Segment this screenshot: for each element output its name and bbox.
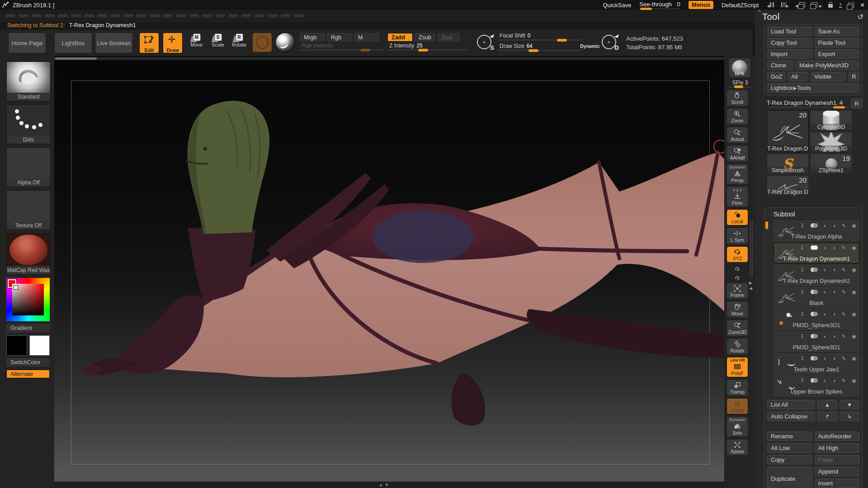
z-intensity-handle[interactable] — [418, 49, 428, 52]
tool-action-button[interactable]: Save As — [815, 27, 860, 36]
tool-action-button[interactable]: Copy Tool — [767, 38, 812, 47]
half-shade-icon[interactable]: ◑ — [833, 378, 836, 383]
scale-mode-button[interactable]: S Scale — [210, 33, 226, 47]
shade-icon[interactable]: ◐ — [824, 289, 827, 295]
zscript-name[interactable]: DefaultZScript — [722, 2, 759, 9]
palette-thumbnail[interactable]: MatCap Red Wax — [6, 233, 51, 275]
lock-icon[interactable] — [828, 4, 833, 8]
shade-icon[interactable]: ◐ — [824, 333, 827, 339]
subtool-up-button[interactable]: ▲ — [817, 400, 837, 409]
menu-item[interactable] — [228, 14, 238, 18]
tool-thumbnail[interactable]: 20 T-Rex Dragon Dy — [767, 110, 809, 152]
auto-collapse-button[interactable]: Auto Collapse — [767, 412, 815, 421]
goz-visible-button[interactable]: Visible — [811, 72, 846, 81]
m-button[interactable]: M — [354, 33, 379, 42]
subtool-item[interactable]: ↧ ◐ ◑ ✎ ◉ T-Rex Dragon Alpha — [774, 221, 859, 241]
brush-icon[interactable]: ✎ — [842, 267, 846, 273]
insert-button[interactable]: Insert — [815, 479, 860, 488]
draw-size-track[interactable] — [498, 50, 582, 51]
eye-visibility-icon[interactable]: ◉ — [852, 378, 856, 384]
color-selector-handle[interactable] — [14, 285, 18, 290]
lightbox-tools-button[interactable]: Lightbox ▶ Tools — [767, 83, 859, 93]
current-material-thumbnail[interactable] — [275, 33, 295, 52]
secondary-color-swatch[interactable] — [29, 335, 50, 356]
brush-icon[interactable]: ✎ — [842, 245, 846, 251]
dock-right-icon[interactable]: ▶ — [811, 2, 822, 9]
polypaint-icon[interactable] — [811, 312, 818, 316]
half-shade-icon[interactable]: ◑ — [833, 311, 836, 317]
strip-button[interactable]: Dynamic Persp — [726, 164, 748, 184]
strip-button[interactable]: Dynamic Solo — [726, 417, 748, 437]
palette-reset-icon[interactable]: ↺ — [858, 13, 863, 21]
expand-left-icon[interactable]: ▶ — [749, 281, 752, 285]
restore-button[interactable] — [848, 3, 854, 8]
menu-item[interactable] — [202, 14, 212, 18]
menu-item[interactable] — [58, 14, 68, 18]
shade-icon[interactable]: ◐ — [824, 378, 827, 383]
half-shade-icon[interactable]: ◑ — [833, 267, 836, 272]
palette-thumbnail[interactable]: Texture Off — [6, 190, 51, 230]
switchcolor-button[interactable]: SwitchColor — [6, 358, 50, 366]
strip-button[interactable]: Xpose — [726, 439, 748, 455]
polypaint-icon[interactable] — [811, 245, 818, 250]
rgb-intensity-handle[interactable] — [360, 49, 370, 52]
menu-item[interactable] — [281, 14, 291, 18]
subtool-down-button[interactable]: ▼ — [840, 400, 859, 409]
half-shade-icon[interactable]: ◑ — [833, 289, 836, 295]
move-mode-button[interactable]: M Move — [189, 33, 204, 47]
subtool-item[interactable]: ↧ ◐ ◑ ✎ ◉ PM3D_Sphere3D1 — [774, 331, 859, 352]
tool-thumbnail[interactable]: PolyMesh3D — [810, 132, 852, 152]
copy-subtool-button[interactable]: Copy — [767, 455, 812, 465]
duplicate-button[interactable]: Duplicate — [767, 467, 812, 488]
brush-icon[interactable]: ✎ — [842, 289, 846, 295]
trex-dragon-model[interactable] — [54, 56, 724, 488]
tool-action-button[interactable]: Export — [815, 49, 860, 59]
rear-foot[interactable] — [451, 372, 485, 426]
strip-button[interactable]: Line Fill PolyF — [726, 357, 748, 377]
menu-item[interactable] — [150, 14, 160, 18]
menu-item[interactable] — [176, 14, 186, 18]
brush-icon[interactable]: ✎ — [842, 356, 846, 361]
menu-item[interactable] — [215, 14, 225, 18]
bpr-render-button[interactable]: BPR — [729, 58, 750, 78]
palette-thumbnail[interactable]: Alpha Off — [6, 147, 51, 187]
menu-item[interactable] — [19, 14, 28, 18]
tool-thumbnail[interactable]: Cylinder3D — [810, 110, 852, 131]
lightbox-button[interactable]: LightBox — [54, 33, 92, 53]
tool-thumbnail[interactable]: 20 T-Rex Dragon Dy — [767, 175, 809, 196]
flatten-arrow-icon[interactable]: ↧ — [800, 245, 804, 251]
draw-size-dynamic-button[interactable]: + D — [600, 32, 620, 52]
tool-r-button[interactable]: R — [851, 99, 863, 108]
edit-mode-button[interactable]: Edit — [139, 33, 159, 53]
strip-button[interactable]: AAHalf — [726, 145, 748, 162]
goz-r-button[interactable]: R — [849, 72, 859, 81]
strip-button[interactable]: Scroll — [726, 90, 748, 106]
tool-action-button[interactable]: Import — [767, 49, 812, 59]
spix-track[interactable] — [729, 87, 751, 87]
rename-button[interactable]: Rename — [767, 432, 812, 441]
goz-button[interactable]: GoZ — [767, 72, 785, 81]
subtool-item[interactable]: ↧ ◐ ◑ ✎ ◉ T-Rex Dragon Dynamesh1 — [774, 243, 859, 263]
paste-subtool-button[interactable]: Paste — [815, 455, 860, 465]
subtool-item[interactable]: ↧ ◐ ◑ ✎ ◉ Blank — [774, 287, 859, 308]
z-intensity-slider[interactable]: Z Intensity25 — [387, 44, 468, 50]
polypaint-icon[interactable] — [811, 223, 818, 228]
strip-button[interactable]: Zoom3D — [726, 320, 748, 336]
strip-button[interactable]: z — [726, 274, 748, 282]
menu-item[interactable] — [71, 14, 81, 18]
subtool-item[interactable]: ↧ ◐ ◑ ✎ ◉ T-Rex Dragon Dynamesh2 — [774, 265, 859, 286]
tool-action-button[interactable]: Load Tool — [767, 27, 812, 36]
stroke-type-button[interactable]: + S — [475, 32, 495, 52]
strip-button[interactable]: Move — [726, 301, 748, 318]
focal-shift-track[interactable] — [498, 40, 582, 40]
current-brush-thumbnail[interactable] — [252, 33, 272, 52]
current-tool-name-slider[interactable]: T-Rex Dragon Dynamesh1. 4 — [767, 99, 849, 108]
brush-icon[interactable]: ✎ — [842, 223, 846, 229]
menu-item[interactable] — [45, 14, 55, 18]
subtool-item[interactable]: ↧ ◐ ◑ ✎ ◉ Teeth Upper Jaw1 — [774, 353, 859, 374]
flatten-arrow-icon[interactable]: ↧ — [800, 223, 804, 229]
menu-item[interactable] — [84, 14, 94, 18]
minimize-button[interactable]: ▾ — [839, 3, 842, 8]
rgb-intensity-slider[interactable]: Rgb Intensity — [300, 44, 384, 50]
menu-item[interactable] — [123, 14, 133, 18]
